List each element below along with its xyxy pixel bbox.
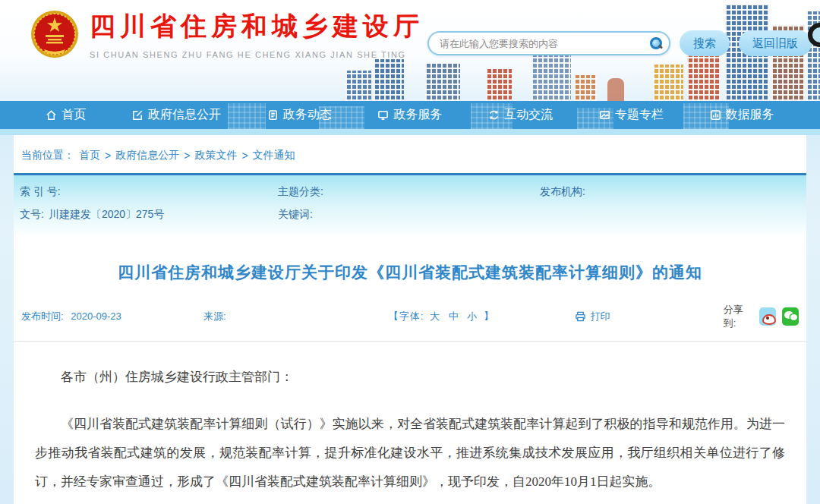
document-icon xyxy=(267,109,279,121)
monitor-icon xyxy=(377,109,389,121)
weibo-icon[interactable] xyxy=(759,307,776,326)
site-header: 四川省住房和城乡建设厅 SI CHUAN SHENG ZHU FANG HE C… xyxy=(0,0,820,101)
meta-index-no: 索 引 号: xyxy=(20,183,278,201)
site-brand: 四川省住房和城乡建设厅 SI CHUAN SHENG ZHU FANG HE C… xyxy=(30,9,424,59)
meta-keywords: 关键词: xyxy=(278,206,540,224)
source: 来源: xyxy=(203,310,389,323)
nav-item-home[interactable]: 首页 xyxy=(46,107,86,123)
share-controls: 分享到: xyxy=(724,303,799,330)
nav-item-interaction[interactable]: 互动交流 xyxy=(488,107,553,123)
nav-item-gov-info[interactable]: 政府信息公开 xyxy=(132,107,221,123)
font-size-small[interactable]: 小 xyxy=(467,310,478,322)
site-title-pinyin: SI CHUAN SHENG ZHU FANG HE CHENG XIANG J… xyxy=(90,50,424,59)
breadcrumb-item-home[interactable]: 首页 xyxy=(79,149,100,162)
font-size-medium[interactable]: 中 xyxy=(449,310,459,322)
nav-item-special-topics[interactable]: 专题专栏 xyxy=(599,107,664,123)
divider-strip xyxy=(0,129,820,135)
article-body: 各市（州）住房城乡建设行政主管部门： 《四川省装配式建筑装配率计算细则（试行）》… xyxy=(14,342,806,504)
meta-topic: 主题分类: xyxy=(278,183,540,201)
share-label: 分享到: xyxy=(724,303,753,330)
meta-doc-no: 文号:川建建发〔2020〕275号 xyxy=(20,206,278,224)
nav-item-data-service[interactable]: 数据服务 xyxy=(710,107,774,123)
chart-icon xyxy=(710,109,721,121)
picture-icon xyxy=(599,109,610,121)
document-meta-box: 索 引 号: 主题分类: 发布机构: 文号:川建建发〔2020〕275号 关键词… xyxy=(14,173,806,236)
edit-icon xyxy=(132,109,144,121)
breadcrumb: 当前位置： 首页 > 政府信息公开 > 政策文件 > 文件通知 xyxy=(14,135,806,173)
exchange-icon xyxy=(488,109,500,121)
breadcrumb-item-file-notices[interactable]: 文件通知 xyxy=(253,149,295,162)
nav-item-gov-news[interactable]: 政务动态 xyxy=(267,107,332,123)
national-emblem-logo xyxy=(30,10,79,58)
printer-icon xyxy=(575,311,586,322)
search-icon[interactable] xyxy=(649,36,663,50)
font-size-controls: 【字体: 大 中 小 】 xyxy=(389,310,576,323)
article-title: 四川省住房和城乡建设厅关于印发《四川省装配式建筑装配率计算细则》的通知 xyxy=(14,262,806,283)
content-wrapper: 当前位置： 首页 > 政府信息公开 > 政策文件 > 文件通知 索 引 号: 主… xyxy=(14,135,806,504)
search-input[interactable] xyxy=(440,38,649,49)
font-size-large[interactable]: 大 xyxy=(430,310,440,322)
site-title: 四川省住房和城乡建设厅 xyxy=(90,9,424,44)
paragraph: 各市（州）住房城乡建设行政主管部门： xyxy=(35,363,785,392)
breadcrumb-label: 当前位置： xyxy=(21,149,74,162)
main-navigation: 首页 政府信息公开 政务动态 政务服务 互动交流 专题专栏 数 xyxy=(0,101,820,129)
wechat-icon[interactable] xyxy=(782,307,799,326)
meta-publisher: 发布机构: xyxy=(540,183,800,201)
search-box xyxy=(427,31,670,55)
breadcrumb-item-gov-info[interactable]: 政府信息公开 xyxy=(115,149,179,162)
paragraph: 《四川省装配式建筑装配率计算细则（试行）》实施以来，对全省装配式建筑装配率计算起… xyxy=(35,410,785,496)
home-icon xyxy=(46,109,57,121)
nav-item-gov-service[interactable]: 政务服务 xyxy=(377,107,442,123)
publish-time: 发布时间: 2020-09-23 xyxy=(21,310,203,323)
article-meta-row: 发布时间: 2020-09-23 来源: 【字体: 大 中 小 】 打印 分享到… xyxy=(14,303,806,342)
old-version-button[interactable]: 返回旧版 xyxy=(739,30,812,56)
print-button[interactable]: 打印 xyxy=(575,310,723,323)
search-button[interactable]: 搜索 xyxy=(680,30,730,56)
breadcrumb-item-policy-files[interactable]: 政策文件 xyxy=(194,149,237,162)
